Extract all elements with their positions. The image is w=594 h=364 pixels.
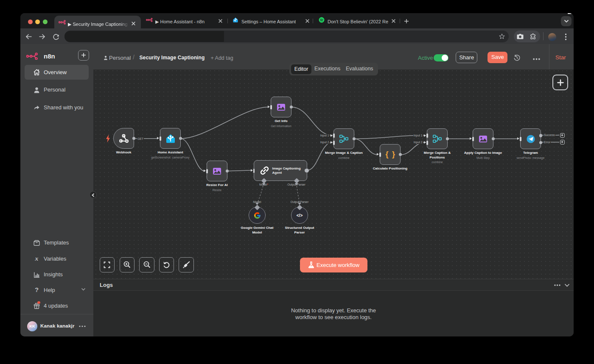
svg-text:x: x: [35, 255, 39, 262]
svg-text:?: ?: [35, 287, 39, 294]
